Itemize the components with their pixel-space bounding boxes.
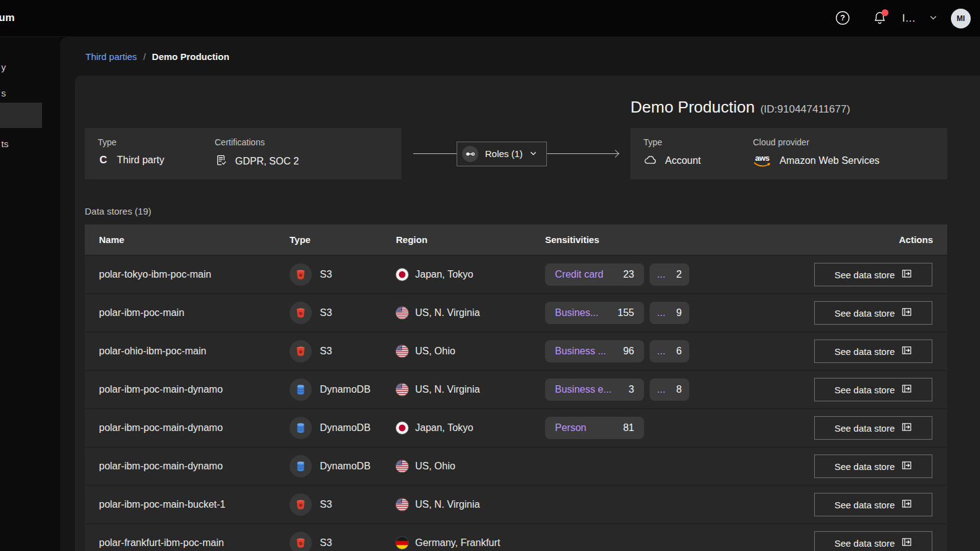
us-flag-icon xyxy=(396,383,408,396)
brand-partial-text: um xyxy=(0,12,15,24)
account-name-truncated[interactable]: I... xyxy=(902,13,916,24)
cloud-icon xyxy=(643,154,657,168)
topbar-right-cluster: ? I... MI xyxy=(835,0,980,37)
data-stores-section-label: Data stores (19) xyxy=(85,206,152,216)
chevron-down-icon xyxy=(530,148,537,160)
top-bar: um ? I... MI xyxy=(0,0,980,37)
datastore-type: S3 xyxy=(290,263,396,286)
connector-line-left xyxy=(413,153,457,154)
notification-badge-dot xyxy=(882,9,888,16)
sidebar-item-selected[interactable] xyxy=(0,103,42,128)
sidebar-item-truncated-2[interactable]: s xyxy=(0,80,42,105)
datastore-region: US, Ohio xyxy=(396,460,545,472)
open-panel-right-icon xyxy=(901,498,912,511)
sensitivity-tag[interactable]: Credit card 23 xyxy=(545,263,644,286)
japan-flag-icon xyxy=(396,268,408,281)
see-data-store-button[interactable]: See data store xyxy=(814,416,932,440)
data-stores-table: Name Type Region Sensitivities Actions p… xyxy=(85,224,947,551)
germany-flag-icon xyxy=(396,537,408,549)
aws-logo-icon: aws xyxy=(753,154,772,168)
s3-bucket-icon xyxy=(290,302,312,324)
sensitivity-tag[interactable]: Busines... 155 xyxy=(545,302,644,324)
sensitivity-tags: Person 81 xyxy=(545,417,814,439)
see-data-store-button[interactable]: See data store xyxy=(814,493,932,516)
company-icon: C xyxy=(98,154,109,166)
see-data-store-button[interactable]: See data store xyxy=(814,263,932,286)
datastore-type: S3 xyxy=(290,340,396,362)
table-body: polar-tokyo-ibm-poc-main S3 Japan, Tokyo… xyxy=(85,256,947,551)
table-row: polar-ibm-poc-main-dynamo DynamoDB US, O… xyxy=(85,448,947,485)
column-header-sensitivities: Sensitivities xyxy=(545,234,814,245)
svg-text:?: ? xyxy=(840,14,845,22)
actions-cell: See data store xyxy=(814,263,947,286)
table-row: polar-ibm-poc-main-dynamo DynamoDB Japan… xyxy=(85,409,947,446)
datastore-name: polar-tokyo-ibm-poc-main xyxy=(99,269,290,280)
see-data-store-button[interactable]: See data store xyxy=(814,301,932,325)
column-header-name: Name xyxy=(99,234,290,245)
datastore-region: US, Ohio xyxy=(396,345,545,357)
open-panel-right-icon xyxy=(901,383,912,396)
sidebar-item-truncated-1[interactable]: y xyxy=(0,54,42,79)
breadcrumb-current: Demo Production xyxy=(152,51,230,62)
sensitivity-tag[interactable]: Business e... 3 xyxy=(545,378,644,401)
see-data-store-button[interactable]: See data store xyxy=(814,378,932,401)
sensitivity-tag[interactable]: ... 8 xyxy=(650,378,689,401)
table-row: polar-ibm-poc-main-bucket-1 S3 US, N. Vi… xyxy=(85,486,947,523)
chevron-down-icon[interactable] xyxy=(929,13,937,24)
roles-dropdown[interactable]: Roles (1) xyxy=(457,142,547,166)
open-panel-right-icon xyxy=(901,345,912,357)
see-data-store-button[interactable]: See data store xyxy=(814,340,932,363)
table-header: Name Type Region Sensitivities Actions xyxy=(85,224,947,255)
sensitivity-tag[interactable]: Person 81 xyxy=(545,417,644,439)
datastore-name: polar-ibm-poc-main-dynamo xyxy=(99,422,290,434)
datastore-region: Germany, Frankfurt xyxy=(396,537,545,549)
table-row: polar-ohio-ibm-poc-main S3 US, Ohio Busi… xyxy=(85,333,947,370)
datastore-type: S3 xyxy=(290,493,396,516)
datastore-type: S3 xyxy=(290,532,396,551)
account-card: Type Account Cloud provider aws Amazon W… xyxy=(630,128,947,179)
table-row: polar-frankfurt-ibm-poc-main S3 Germany,… xyxy=(85,524,947,551)
breadcrumb: Third parties / Demo Production xyxy=(85,51,230,62)
open-panel-right-icon xyxy=(901,307,912,319)
see-data-store-button[interactable]: See data store xyxy=(814,455,932,478)
table-row: polar-tokyo-ibm-poc-main S3 Japan, Tokyo… xyxy=(85,256,947,293)
relationship-connector: Roles (1) xyxy=(402,128,630,179)
help-button[interactable]: ? xyxy=(835,10,851,28)
page-title: Demo Production (ID:910447411677) xyxy=(630,98,850,117)
sidebar-item-truncated-3[interactable]: ts xyxy=(0,131,42,156)
us-flag-icon xyxy=(396,498,408,511)
sensitivity-tag[interactable]: ... 6 xyxy=(650,340,689,362)
avatar[interactable]: MI xyxy=(951,9,971,28)
sensitivity-tag[interactable]: Business ... 96 xyxy=(545,340,644,362)
certifications-field: Certifications GDPR, SOC 2 xyxy=(215,137,402,179)
actions-cell: See data store xyxy=(814,455,947,478)
sensitivity-tags: Business ... 96 ... 6 xyxy=(545,340,814,362)
actions-cell: See data store xyxy=(814,340,947,363)
sensitivity-tag[interactable]: ... 2 xyxy=(650,263,689,286)
actions-cell: See data store xyxy=(814,378,947,401)
left-sidebar: y s ts xyxy=(0,37,60,551)
third-party-type-field: Type C Third party xyxy=(98,137,215,179)
see-data-store-button[interactable]: See data store xyxy=(814,531,932,551)
main-panel: Third parties / Demo Production Demo Pro… xyxy=(60,37,980,551)
table-row: polar-ibm-poc-main-dynamo DynamoDB US, N… xyxy=(85,371,947,408)
datastore-name: polar-frankfurt-ibm-poc-main xyxy=(99,537,290,549)
sensitivity-tag[interactable]: ... 9 xyxy=(650,302,689,324)
sensitivity-tags: Business e... 3 ... 8 xyxy=(545,378,814,401)
us-flag-icon xyxy=(396,345,408,357)
breadcrumb-link-third-parties[interactable]: Third parties xyxy=(85,51,137,62)
page-title-id: (ID:910447411677) xyxy=(760,103,850,116)
datastore-type: S3 xyxy=(290,302,396,324)
actions-cell: See data store xyxy=(814,301,947,325)
actions-cell: See data store xyxy=(814,416,947,440)
actions-cell: See data store xyxy=(814,493,947,516)
datastore-type: DynamoDB xyxy=(290,378,396,401)
datastore-region: US, N. Virginia xyxy=(396,307,545,319)
open-panel-right-icon xyxy=(901,460,912,472)
us-flag-icon xyxy=(396,307,408,319)
notifications-button[interactable] xyxy=(872,11,887,27)
actions-cell: See data store xyxy=(814,531,947,551)
datastore-name: polar-ibm-poc-main-bucket-1 xyxy=(99,499,290,510)
datastore-region: Japan, Tokyo xyxy=(396,268,545,281)
datastore-name: polar-ibm-poc-main-dynamo xyxy=(99,461,290,472)
